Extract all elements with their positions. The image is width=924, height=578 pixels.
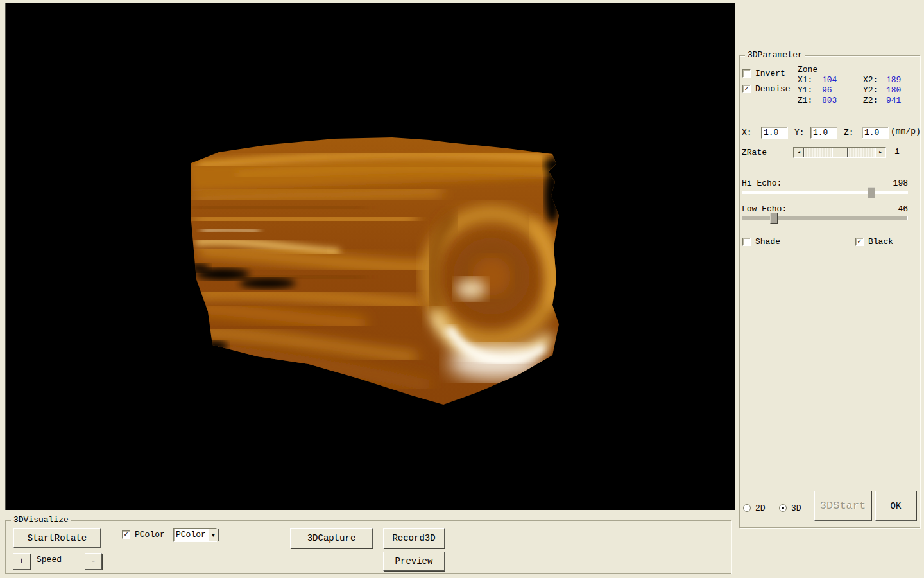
zone-x2-value: 189 — [886, 75, 901, 85]
y-scale-input[interactable] — [810, 127, 837, 139]
zone-x1-value: 104 — [822, 75, 837, 85]
mode-2d-label: 2D — [755, 504, 766, 514]
denoise-label: Denoise — [755, 84, 791, 94]
denoise-checkbox[interactable]: ✓ — [742, 85, 751, 93]
mode-2d-radio[interactable] — [743, 504, 751, 512]
low-echo-slider-thumb[interactable] — [770, 213, 778, 224]
render-viewport[interactable] — [5, 3, 735, 510]
check-icon: ✓ — [857, 238, 862, 245]
x-scale-label: X: — [742, 128, 752, 138]
low-echo-value: 46 — [886, 204, 908, 215]
y-scale-label: Y: — [794, 128, 805, 138]
preview-button[interactable]: Preview — [383, 552, 445, 571]
application-window: 3DParameter Invert ✓ Denoise Zone X1: 10… — [0, 0, 924, 578]
zone-z2-label: Z2: — [863, 96, 878, 106]
x-scale-input[interactable] — [761, 127, 788, 139]
check-icon: ✓ — [124, 531, 128, 538]
zone-z2-value: 941 — [886, 96, 901, 106]
ok-button[interactable]: OK — [875, 491, 916, 521]
zrate-value: 1 — [894, 147, 900, 157]
hi-echo-slider-track[interactable] — [742, 191, 908, 194]
ultrasound-volume — [6, 3, 735, 510]
zrate-label: ZRate — [742, 148, 767, 158]
zrate-scrollbar[interactable]: ◄ ► — [793, 147, 886, 158]
pcolor-dropdown-value: PColor — [174, 529, 208, 541]
parameter-group-title: 3DParameter — [745, 50, 805, 60]
zone-z1-value: 803 — [822, 96, 837, 106]
hi-echo-value: 198 — [886, 179, 908, 189]
3dstart-button[interactable]: 3DStart — [814, 491, 871, 521]
zrate-scrollbar-thumb[interactable] — [832, 148, 848, 157]
zrate-scrollbar-track[interactable] — [804, 148, 875, 157]
mode-3d-radio[interactable] — [779, 504, 787, 512]
record3d-button[interactable]: Record3D — [383, 528, 445, 548]
invert-label: Invert — [755, 69, 785, 79]
zone-x1-label: X1: — [798, 75, 812, 85]
check-icon: ✓ — [744, 85, 749, 92]
z-scale-input[interactable] — [862, 127, 889, 139]
mode-3d-label: 3D — [791, 504, 801, 514]
scroll-left-icon[interactable]: ◄ — [794, 148, 804, 157]
chevron-down-icon[interactable]: ▼ — [208, 529, 219, 541]
zone-y2-label: Y2: — [863, 85, 878, 96]
zone-y1-value: 96 — [822, 85, 832, 96]
3dcapture-button[interactable]: 3DCapture — [290, 528, 373, 548]
zone-y2-value: 180 — [886, 85, 901, 96]
invert-checkbox[interactable] — [742, 69, 751, 78]
scale-unit-label: (mm/p) — [891, 127, 921, 137]
pcolor-dropdown[interactable]: PColor ▼ — [173, 528, 217, 542]
speed-minus-button[interactable]: - — [85, 553, 102, 570]
scroll-right-icon[interactable]: ► — [875, 148, 886, 157]
pcolor-checkbox-label: PColor — [135, 530, 165, 540]
hi-echo-slider-thumb[interactable] — [868, 187, 875, 198]
zone-label: Zone — [798, 65, 817, 75]
zone-x2-label: X2: — [863, 75, 878, 85]
low-echo-label: Low Echo: — [742, 204, 787, 215]
z-scale-label: Z: — [844, 128, 854, 138]
shade-label: Shade — [755, 237, 780, 247]
speed-label: Speed — [37, 555, 62, 565]
speed-plus-button[interactable]: + — [13, 553, 30, 570]
hi-echo-label: Hi Echo: — [742, 179, 782, 189]
black-label: Black — [868, 237, 893, 247]
shade-checkbox[interactable] — [742, 238, 751, 246]
low-echo-slider-track[interactable] — [742, 216, 908, 220]
pcolor-checkbox[interactable]: ✓ — [122, 530, 130, 539]
start-rotate-button[interactable]: StartRotate — [13, 528, 101, 548]
zone-z1-label: Z1: — [798, 96, 812, 106]
visualize-group-title: 3DVisualize — [11, 515, 71, 525]
zone-y1-label: Y1: — [798, 85, 812, 96]
black-checkbox[interactable]: ✓ — [855, 238, 864, 246]
